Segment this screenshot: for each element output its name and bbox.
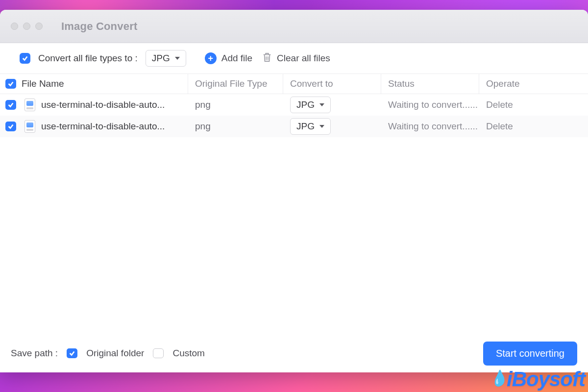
convert-all-select[interactable]: JPG [146,50,186,67]
image-file-icon [24,120,35,133]
plus-circle-icon: + [205,52,217,64]
column-header-type[interactable]: Original File Type [188,74,283,94]
check-icon [69,350,75,357]
minimize-window-button[interactable] [23,23,30,30]
footer: Save path : Original folder Custom Start… [0,334,588,372]
file-name: use-terminal-to-disable-auto... [41,121,165,132]
toolbar: Convert all file types to : JPG + Add fi… [0,43,588,74]
file-type: png [188,116,283,137]
convert-all-group: Convert all file types to : JPG [20,50,186,67]
window-controls [11,23,43,30]
add-file-button[interactable]: + Add file [205,52,252,64]
row-delete-button[interactable]: Delete [486,121,513,132]
zoom-window-button[interactable] [35,23,43,30]
row-convert-value: JPG [296,99,315,110]
row-delete-button[interactable]: Delete [486,99,513,110]
row-convert-value: JPG [296,121,315,132]
row-checkbox[interactable] [5,100,16,110]
chevron-down-icon [319,125,324,128]
table-row[interactable]: use-terminal-to-disable-auto... png JPG … [0,94,588,116]
row-convert-select[interactable]: JPG [290,118,331,135]
row-status: Waiting to convert...... [381,94,479,116]
column-header-convert[interactable]: Convert to [283,74,381,94]
chevron-down-icon [319,103,324,106]
table-row[interactable]: use-terminal-to-disable-auto... png JPG … [0,116,588,137]
desktop-background: Image Convert Convert all file types to … [0,0,588,392]
trash-icon [262,52,272,65]
original-folder-label: Original folder [86,348,144,359]
column-header-status[interactable]: Status [381,74,479,94]
check-icon [22,55,28,62]
row-status: Waiting to convert...... [381,116,479,137]
add-file-label: Add file [221,53,252,64]
file-name: use-terminal-to-disable-auto... [41,99,165,110]
check-icon [7,80,14,87]
save-path-label: Save path : [11,348,58,359]
app-window: Image Convert Convert all file types to … [0,10,588,372]
custom-path-label: Custom [172,348,204,359]
close-window-button[interactable] [11,23,18,30]
column-header-name[interactable]: File Name [22,74,188,94]
start-converting-button[interactable]: Start converting [483,342,577,366]
table-header: File Name Original File Type Convert to … [0,74,588,94]
select-all-checkbox[interactable] [5,79,16,89]
check-icon [7,123,14,130]
file-type: png [188,94,283,116]
convert-all-checkbox[interactable] [20,53,30,64]
original-folder-checkbox[interactable] [67,348,77,358]
table-body: use-terminal-to-disable-auto... png JPG … [0,94,588,334]
convert-all-label: Convert all file types to : [38,53,138,64]
clear-all-button[interactable]: Clear all files [262,52,330,65]
clear-all-label: Clear all files [277,53,330,64]
custom-path-checkbox[interactable] [153,348,164,358]
chevron-down-icon [175,57,180,60]
column-header-operate[interactable]: Operate [479,74,588,94]
image-file-icon [24,98,35,111]
row-convert-select[interactable]: JPG [290,97,331,113]
convert-all-value: JPG [152,53,170,64]
titlebar: Image Convert [0,10,588,43]
window-title: Image Convert [61,20,137,33]
check-icon [7,101,14,108]
row-checkbox[interactable] [5,122,16,131]
